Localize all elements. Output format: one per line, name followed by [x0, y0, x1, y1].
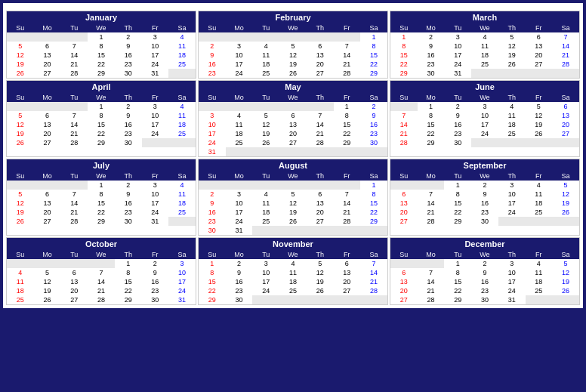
day-cell: 26 [552, 208, 579, 217]
month-title: April [7, 81, 196, 93]
day-cell: 23 [199, 69, 226, 78]
day-cell: 29 [390, 69, 418, 78]
day-cell: 29 [88, 217, 115, 226]
day-cell: 30 [471, 295, 498, 304]
day-cell: 11 [252, 199, 279, 208]
empty-cell [526, 138, 553, 147]
empty-cell [226, 147, 253, 156]
day-cell: 14 [390, 120, 418, 129]
day-cell: 7 [418, 268, 445, 277]
day-cell: 21 [334, 60, 361, 69]
day-cell: 18 [498, 120, 526, 129]
day-cell: 4 [526, 181, 553, 190]
day-cell: 23 [142, 286, 169, 295]
month-table: SuMoTuWeThFrSa12345678910111213141516171… [390, 93, 579, 147]
day-cell: 28 [60, 217, 88, 226]
empty-cell [360, 295, 387, 304]
empty-cell [552, 69, 579, 78]
day-cell: 21 [360, 277, 387, 286]
month-table: SuMoTuWeThFrSa12345678910111213141516171… [7, 23, 196, 78]
day-cell: 9 [115, 111, 142, 120]
empty-cell [418, 259, 445, 268]
day-cell: 15 [88, 199, 115, 208]
day-cell: 20 [60, 286, 88, 295]
day-cell: 7 [334, 42, 361, 51]
day-cell: 20 [334, 277, 361, 286]
day-cell: 23 [115, 60, 142, 69]
day-cell: 19 [7, 60, 34, 69]
month-table: SuMoTuWeThFrSa12345678910111213141516171… [390, 250, 579, 304]
month-title: August [199, 159, 387, 171]
day-header: Fr [526, 23, 553, 32]
day-cell: 31 [226, 226, 253, 235]
day-cell: 26 [7, 138, 34, 147]
day-cell: 25 [168, 208, 196, 217]
day-cell: 15 [115, 277, 142, 286]
day-cell: 31 [142, 217, 169, 226]
day-cell: 16 [142, 277, 169, 286]
day-cell: 29 [88, 138, 115, 147]
day-cell: 31 [199, 147, 226, 156]
month-block-june: JuneSuMoTuWeThFrSa1234567891011121314151… [390, 80, 580, 157]
day-cell: 21 [60, 60, 88, 69]
day-cell: 16 [199, 208, 226, 217]
day-cell: 27 [552, 129, 579, 138]
day-cell: 9 [471, 268, 498, 277]
day-cell: 27 [307, 217, 334, 226]
month-block-september: SeptemberSuMoTuWeThFrSa12345678910111213… [390, 159, 580, 236]
day-cell: 8 [418, 111, 445, 120]
day-cell: 27 [390, 295, 418, 304]
day-header: Tu [444, 250, 471, 259]
empty-cell [34, 102, 61, 111]
empty-cell [7, 32, 34, 42]
day-cell: 11 [526, 190, 553, 199]
day-cell: 16 [418, 51, 445, 60]
day-cell: 23 [471, 286, 498, 295]
day-header: Tu [252, 171, 279, 181]
day-header: Th [498, 23, 526, 32]
day-cell: 21 [418, 208, 445, 217]
day-header: We [471, 93, 498, 102]
empty-cell [252, 147, 279, 156]
day-header: Sa [360, 23, 387, 32]
day-cell: 13 [34, 51, 61, 60]
day-header: Sa [168, 250, 196, 259]
day-cell: 5 [498, 32, 526, 42]
day-cell: 31 [444, 69, 471, 78]
day-cell: 25 [252, 69, 279, 78]
day-cell: 14 [60, 199, 88, 208]
day-cell: 11 [168, 111, 196, 120]
empty-cell [199, 181, 226, 190]
day-cell: 24 [498, 286, 526, 295]
day-cell: 19 [307, 277, 334, 286]
day-cell: 8 [444, 268, 471, 277]
day-cell: 1 [444, 181, 471, 190]
day-cell: 28 [88, 295, 115, 304]
day-cell: 27 [334, 286, 361, 295]
day-cell: 22 [88, 60, 115, 69]
day-cell: 18 [168, 199, 196, 208]
day-cell: 29 [444, 295, 471, 304]
day-cell: 7 [88, 268, 115, 277]
day-cell: 19 [279, 208, 307, 217]
day-cell: 18 [526, 199, 553, 208]
day-cell: 7 [60, 42, 88, 51]
day-cell: 25 [168, 60, 196, 69]
day-cell: 16 [199, 60, 226, 69]
day-header: Sa [552, 171, 579, 181]
day-cell: 15 [360, 199, 387, 208]
day-header: Su [390, 23, 418, 32]
day-header: Th [307, 93, 334, 102]
empty-cell [252, 102, 279, 111]
day-cell: 1 [360, 32, 387, 42]
day-cell: 11 [168, 190, 196, 199]
day-header: Mo [226, 171, 253, 181]
day-cell: 3 [142, 32, 169, 42]
day-cell: 3 [471, 102, 498, 111]
day-header: Tu [252, 93, 279, 102]
month-title: January [7, 11, 196, 23]
day-header: Fr [334, 93, 361, 102]
day-cell: 5 [279, 42, 307, 51]
day-cell: 13 [526, 42, 553, 51]
day-cell: 16 [444, 120, 471, 129]
